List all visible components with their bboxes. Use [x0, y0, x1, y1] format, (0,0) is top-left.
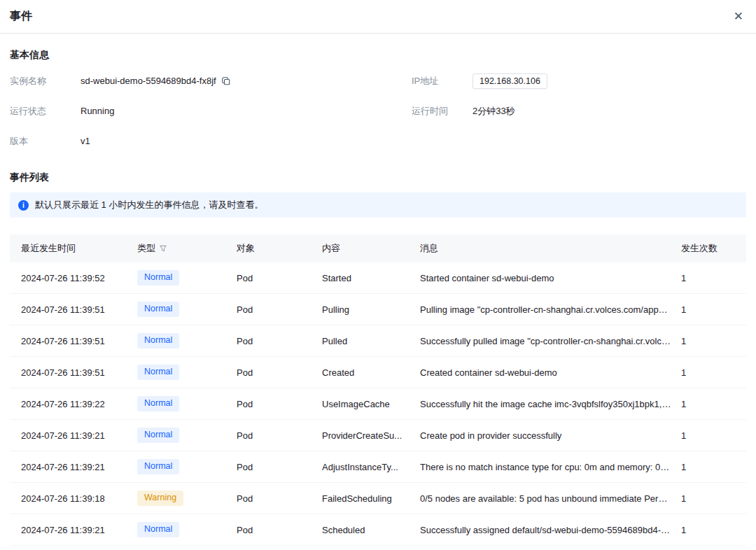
- instance-name-value: sd-webui-demo-5594689bd4-fx8jf: [80, 76, 216, 86]
- event-object: Pod: [237, 336, 322, 346]
- header-object: 对象: [237, 242, 322, 255]
- basic-info-grid: 实例名称 sd-webui-demo-5594689bd4-fx8jf IP地址…: [10, 66, 746, 156]
- event-content: FailedScheduling: [322, 493, 420, 504]
- event-content: Pulled: [322, 336, 420, 346]
- event-type-badge: Normal: [137, 459, 179, 474]
- close-icon[interactable]: ✕: [734, 10, 743, 22]
- event-time: 2024-07-26 11:39:22: [21, 399, 137, 409]
- event-list-heading: 事件列表: [10, 171, 746, 184]
- table-row: 2024-07-26 11:39:21 Normal Pod ProviderC…: [10, 420, 746, 451]
- table-row: 2024-07-26 11:39:21 Normal Pod AdjustIns…: [10, 451, 746, 483]
- notice-text: 默认只展示最近 1 小时内发生的事件信息，请及时查看。: [35, 199, 263, 211]
- event-object: Pod: [237, 525, 322, 535]
- notice-banner: i 默认只展示最近 1 小时内发生的事件信息，请及时查看。: [10, 192, 746, 218]
- event-type-cell: Normal: [137, 365, 237, 380]
- event-type-cell: Normal: [137, 428, 237, 443]
- run-time-value: 2分钟33秒: [472, 105, 515, 118]
- event-message: Pulling image "cp-controller-cn-shanghai…: [420, 304, 681, 315]
- event-object: Pod: [237, 273, 322, 283]
- field-label: IP地址: [412, 75, 472, 87]
- field-run-time: 运行时间 2分钟33秒: [412, 96, 746, 126]
- event-count: 1: [681, 367, 741, 378]
- event-time: 2024-07-26 11:39:18: [21, 493, 137, 504]
- field-version: 版本 v1: [10, 126, 412, 156]
- table-row: 2024-07-26 11:39:51 Normal Pod Pulling P…: [10, 294, 746, 325]
- event-type-badge: Normal: [137, 270, 179, 285]
- events-table: 最近发生时间 类型 对象 内容 消息 发生次数 2024-07-26 11:39…: [10, 234, 746, 546]
- field-instance-name: 实例名称 sd-webui-demo-5594689bd4-fx8jf: [10, 66, 412, 96]
- field-label: 运行状态: [10, 105, 80, 118]
- table-row: 2024-07-26 11:39:22 Normal Pod UseImageC…: [10, 388, 746, 420]
- event-object: Pod: [237, 462, 322, 472]
- event-object: Pod: [237, 399, 322, 409]
- modal-header: 事件 ✕: [0, 0, 756, 34]
- header-message: 消息: [420, 242, 681, 255]
- event-time: 2024-07-26 11:39:52: [21, 273, 137, 283]
- event-count: 1: [681, 525, 741, 535]
- field-empty: [412, 126, 746, 156]
- copy-icon[interactable]: [221, 76, 231, 86]
- event-time: 2024-07-26 11:39:51: [21, 336, 137, 346]
- header-count: 发生次数: [681, 242, 741, 255]
- field-label: 实例名称: [10, 75, 80, 87]
- event-object: Pod: [237, 367, 322, 378]
- table-row: 2024-07-26 11:39:52 Normal Pod Started S…: [10, 262, 746, 294]
- event-message: Successfully hit the image cache imc-3vq…: [420, 399, 681, 409]
- event-count: 1: [681, 336, 741, 346]
- event-type-badge: Normal: [137, 522, 179, 537]
- event-message: Successfully pulled image "cp-controller…: [420, 336, 681, 346]
- version-value: v1: [80, 136, 90, 146]
- event-count: 1: [681, 399, 741, 409]
- event-count: 1: [681, 304, 741, 315]
- run-status-value: Running: [80, 106, 114, 116]
- table-row: 2024-07-26 11:39:18 Warning Pod FailedSc…: [10, 483, 746, 514]
- event-content: Created: [322, 367, 420, 378]
- event-content: ProviderCreateSu...: [322, 430, 420, 441]
- field-value: sd-webui-demo-5594689bd4-fx8jf: [80, 76, 231, 86]
- event-type-cell: Normal: [137, 302, 237, 317]
- header-time: 最近发生时间: [21, 242, 137, 255]
- event-content: AdjustInstanceTy...: [322, 462, 420, 472]
- event-count: 1: [681, 430, 741, 441]
- table-row: 2024-07-26 11:39:51 Normal Pod Created C…: [10, 357, 746, 388]
- event-time: 2024-07-26 11:39:21: [21, 430, 137, 441]
- event-object: Pod: [237, 493, 322, 504]
- event-message: There is no match instance type for cpu:…: [420, 462, 681, 472]
- basic-info-heading: 基本信息: [10, 49, 746, 62]
- filter-icon[interactable]: [159, 244, 167, 253]
- ip-address-chip: 192.168.30.106: [472, 73, 547, 89]
- event-object: Pod: [237, 430, 322, 441]
- event-content: Pulling: [322, 304, 420, 315]
- event-message: 0/5 nodes are available: 5 pod has unbou…: [420, 493, 681, 504]
- event-time: 2024-07-26 11:39:21: [21, 462, 137, 472]
- event-message: Successfully assigned default/sd-webui-d…: [420, 525, 681, 535]
- event-type-badge: Warning: [137, 491, 183, 506]
- table-body: 2024-07-26 11:39:52 Normal Pod Started S…: [10, 262, 746, 546]
- event-type-badge: Normal: [137, 333, 179, 348]
- event-time: 2024-07-26 11:39:21: [21, 525, 137, 535]
- event-object: Pod: [237, 304, 322, 315]
- event-content: Started: [322, 273, 420, 283]
- table-header-row: 最近发生时间 类型 对象 内容 消息 发生次数: [10, 234, 746, 262]
- event-message: Create pod in provider successfully: [420, 430, 681, 441]
- event-type-cell: Normal: [137, 522, 237, 537]
- field-run-status: 运行状态 Running: [10, 96, 412, 126]
- event-time: 2024-07-26 11:39:51: [21, 367, 137, 378]
- field-label: 运行时间: [412, 105, 472, 118]
- event-content: UseImageCache: [322, 399, 420, 409]
- table-row: 2024-07-26 11:39:21 Normal Pod Scheduled…: [10, 514, 746, 546]
- event-type-badge: Normal: [137, 365, 179, 380]
- header-type: 类型: [137, 242, 237, 255]
- event-time: 2024-07-26 11:39:51: [21, 304, 137, 315]
- event-message: Created container sd-webui-demo: [420, 367, 681, 378]
- header-content: 内容: [322, 242, 420, 255]
- event-count: 1: [681, 462, 741, 472]
- field-label: 版本: [10, 135, 80, 148]
- event-message: Started container sd-webui-demo: [420, 273, 681, 283]
- info-icon: i: [18, 200, 29, 211]
- event-type-cell: Normal: [137, 270, 237, 285]
- table-row: 2024-07-26 11:39:51 Normal Pod Pulled Su…: [10, 325, 746, 357]
- event-count: 1: [681, 493, 741, 504]
- event-type-cell: Normal: [137, 459, 237, 474]
- event-count: 1: [681, 273, 741, 283]
